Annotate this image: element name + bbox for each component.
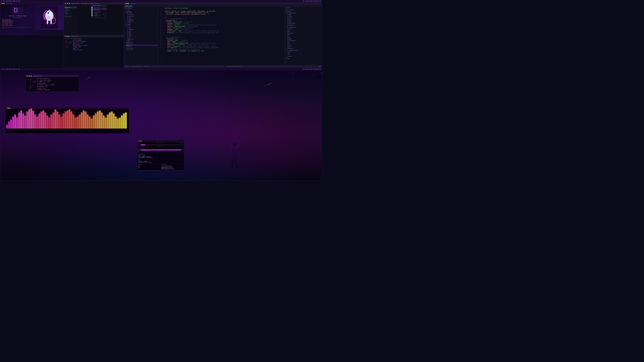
dot-red-vis[interactable]: [6, 108, 8, 109]
nf-uptime: BI UPTIME: 21 hours 7 minutes: [37, 84, 55, 86]
dot-yellow-tn[interactable]: [66, 36, 68, 37]
dot-green-fm[interactable]: [69, 3, 70, 4]
dot-yellow-ed[interactable]: [126, 3, 128, 4]
tree-personal[interactable]: ▶ personal: [125, 15, 157, 17]
dot-green-tn[interactable]: [68, 36, 70, 37]
outline-us-fontpkg[interactable]: fontPkg: [286, 44, 321, 46]
browser-search-link[interactable]: [o] [Search]: [2, 19, 33, 20]
outline-ss-profile[interactable]: profile: [286, 17, 321, 18]
fm-file-row-readme[interactable]: 📄 README.org 2.3 K: [91, 15, 107, 16]
tree-lang[interactable]: ▶ lang: [125, 30, 157, 32]
outline-ss-hostname[interactable]: hostname: [286, 15, 321, 17]
outline-nixpkgs-patched[interactable]: ▼ ✔ nixpkgs-patched: [286, 49, 321, 51]
editor-window: .dotfiles flake.nix ▼ .dotfiles ▶ .git ▶…: [124, 2, 322, 68]
tree-license[interactable]: LICENSE: [125, 40, 157, 41]
editor-code-content[interactable]: description = "Flake of LibrePhoenix"; o…: [162, 7, 285, 65]
outline-system-settings[interactable]: ▼ systemSettings: [286, 12, 321, 14]
outline-ss-timezone[interactable]: timezone: [286, 18, 321, 20]
outline-np-src[interactable]: src: [286, 54, 321, 56]
dot-yellow-fm[interactable]: [67, 3, 68, 4]
editor-tab-flake[interactable]: flake.nix: [124, 5, 132, 7]
outline-us-defaultroamdir[interactable]: defaultRoamDir: [286, 40, 321, 41]
dot-yellow-sm[interactable]: [140, 141, 140, 141]
outline-us-term[interactable]: term: [286, 41, 321, 43]
outline-us-theme[interactable]: theme: [286, 34, 321, 35]
tree-pkgs[interactable]: ▶ pkgs: [125, 32, 157, 33]
fm-file-row-installorg[interactable]: 📄 install.org: [91, 10, 107, 11]
outline-pkgs[interactable]: ▶ pkgs: [286, 57, 321, 59]
tree-git[interactable]: ▶ .git: [125, 9, 157, 10]
outline-us-email[interactable]: email: [286, 31, 321, 32]
outline-us-editor[interactable]: editor: [286, 46, 321, 48]
dot-green[interactable]: [4, 3, 5, 4]
fm-file-row-license[interactable]: 📄 LICENSE 34.2 K: [91, 13, 107, 15]
fm-item-themes[interactable]: themes: [64, 13, 77, 14]
browser-quickmarks-link[interactable]: [b] [Quickmarks]: [2, 20, 33, 22]
fm-file-row-installsh[interactable]: 📄 install.sh: [91, 11, 107, 13]
dot-red-ed[interactable]: [125, 3, 126, 4]
outline-description[interactable]: ▶ description: [286, 9, 321, 11]
fm-file-row-nix[interactable]: 📄 flake.nix 2.26 K: [91, 8, 107, 10]
dot-red-fm[interactable]: [65, 3, 66, 4]
tree-worklab[interactable]: ▶ worklab: [125, 19, 157, 20]
fm-item-documents[interactable]: Documents: [64, 7, 77, 8]
fm-item-octave[interactable]: octave-work: [64, 16, 77, 17]
dot-red[interactable]: [1, 3, 2, 4]
outline-np-patches[interactable]: patches: [286, 56, 321, 57]
browser-history-link[interactable]: [S h] [History]: [2, 22, 33, 23]
outline-us-username[interactable]: username: [286, 28, 321, 29]
dot-red-sm[interactable]: [138, 141, 139, 141]
outline-np-system[interactable]: system: [286, 51, 321, 53]
fm-file-row-lock[interactable]: 📄 flake.lock 27.5 K: [91, 6, 107, 8]
tree-style[interactable]: ▶ style: [125, 35, 157, 37]
tree-desktop-png[interactable]: desktop.png: [125, 43, 157, 44]
outline-us-wmtype[interactable]: wmType: [286, 37, 321, 38]
dot-yellow-vis[interactable]: [8, 108, 9, 109]
tree-patches[interactable]: ▶ patches: [125, 10, 157, 12]
fm-item-music[interactable]: Music: [64, 11, 77, 13]
outline-ss-bootmountpath[interactable]: bootMountPath: [286, 23, 321, 24]
tree-work[interactable]: ▶ work: [125, 17, 157, 19]
dot-green-nf[interactable]: [31, 76, 32, 77]
fm-item-videos[interactable]: Videos: [64, 8, 77, 10]
outline-ss-system[interactable]: system: [286, 14, 321, 15]
tree-app[interactable]: ▶ app: [125, 27, 157, 28]
tree-profiles[interactable]: ▼ profiles: [125, 12, 157, 14]
outline-us-wm[interactable]: wm: [286, 35, 321, 37]
dot-yellow-nf[interactable]: [29, 76, 30, 77]
tree-themes[interactable]: ▶ themes: [125, 24, 157, 25]
outline-np-name[interactable]: name: [286, 53, 321, 54]
tree-hardware[interactable]: ▶ hardware: [125, 28, 157, 30]
tree-shell[interactable]: ▶ shell: [125, 33, 157, 35]
browser-newtab-link[interactable]: [t] [New tab]: [2, 23, 33, 25]
tree-user[interactable]: ▼ user: [125, 25, 157, 27]
tree-wm[interactable]: ▶ wm: [125, 37, 157, 38]
browser-closetab-link[interactable]: [x] [Close tab]: [2, 25, 33, 26]
outline-us-spawneditor[interactable]: spawnEditor: [286, 48, 321, 49]
tree-homelab[interactable]: ▶ home.lab: [125, 14, 157, 15]
dot-green-ed[interactable]: [128, 3, 129, 4]
fm-item-pictures[interactable]: Pictures: [64, 10, 77, 11]
outline-ss-grubdevice[interactable]: grubDevice: [286, 24, 321, 26]
dot-green-sm[interactable]: [141, 141, 142, 141]
outline-outputs[interactable]: ▶ outputs: [286, 11, 321, 12]
tree-install-org[interactable]: install.org: [125, 48, 157, 49]
outline-ss-locale[interactable]: locale: [286, 20, 321, 21]
tree-install-sh[interactable]: install.sh: [125, 49, 157, 51]
outline-us-font[interactable]: font: [286, 43, 321, 44]
tree-flake-nix[interactable]: flake.nix: [125, 44, 157, 46]
outline-us-dotfilesdir[interactable]: dotfilesDir: [286, 32, 321, 34]
dot-red-nf[interactable]: [27, 76, 28, 77]
outline-ss-bootmode[interactable]: bootMode: [286, 21, 321, 23]
outline-user-settings[interactable]: ▼ ✔ userSettings: [286, 26, 321, 28]
tree-readme-profiles[interactable]: README.org: [125, 20, 157, 22]
dot-yellow[interactable]: [2, 3, 3, 4]
tree-readme-user[interactable]: README.org: [125, 38, 157, 40]
dot-red-tn[interactable]: [65, 36, 66, 37]
outline-us-name[interactable]: name: [286, 29, 321, 31]
outline-us-browser[interactable]: browser: [286, 38, 321, 40]
tree-readme-root[interactable]: README.org: [125, 41, 157, 43]
dot-green-vis[interactable]: [9, 108, 10, 109]
tree-system[interactable]: ▶ system: [125, 22, 157, 24]
tree-harden-sh[interactable]: harden.sh: [125, 46, 157, 48]
